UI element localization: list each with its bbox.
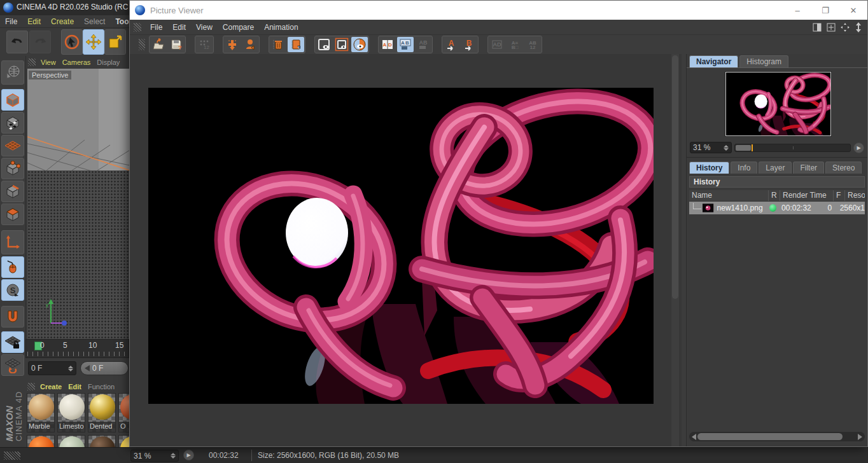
move-panel-icon[interactable] xyxy=(841,23,850,32)
fit-thumbnail-button[interactable]: ▶ xyxy=(853,142,864,153)
material-menu-create[interactable]: Create xyxy=(37,382,65,392)
material-menu-edit[interactable]: Edit xyxy=(65,382,85,392)
move-tool[interactable] xyxy=(83,29,104,55)
axis-mode-button[interactable] xyxy=(1,230,24,254)
c4d-menu-select[interactable]: Select xyxy=(79,16,110,27)
material-tile[interactable]: Limesto xyxy=(57,393,85,432)
tab-navigator[interactable]: Navigator xyxy=(689,55,738,67)
pv-titlebar[interactable]: Picture Viewer – ❐ ✕ xyxy=(130,1,867,20)
col-f[interactable]: F xyxy=(834,190,845,201)
col-resolution[interactable]: Resoluti xyxy=(845,190,865,201)
tab-history[interactable]: History xyxy=(689,162,729,174)
ab-overlay-icon[interactable]: AB xyxy=(415,37,431,52)
model-mode-button[interactable] xyxy=(1,89,24,111)
navigator-thumbnail[interactable] xyxy=(725,72,831,136)
texture-mode-button[interactable] xyxy=(1,112,24,134)
points-mode-button[interactable] xyxy=(1,158,24,179)
scrollbar-thumb[interactable] xyxy=(697,433,843,440)
material-menu-function[interactable]: Function xyxy=(85,382,118,392)
viewport-canvas[interactable]: y Perspective xyxy=(27,69,129,339)
lock-workplane-button[interactable] xyxy=(1,331,24,353)
open-file-icon[interactable] xyxy=(150,37,167,52)
ab-side-by-side-icon[interactable]: AD xyxy=(379,37,396,52)
save-as-icon[interactable]: ? xyxy=(168,37,185,52)
dock-icon[interactable] xyxy=(855,22,862,32)
navigator-zoom-field[interactable]: 31 % xyxy=(690,142,732,153)
material-tile[interactable] xyxy=(27,435,55,447)
sort-history-icon[interactable] xyxy=(224,37,241,52)
viewport-menu-cameras[interactable]: Cameras xyxy=(59,57,94,67)
set-as-b-icon[interactable]: B xyxy=(461,37,477,52)
tab-stereo[interactable]: Stereo xyxy=(825,162,862,174)
viewport-tweak-button[interactable] xyxy=(1,256,24,278)
history-horizontal-scrollbar[interactable] xyxy=(689,432,865,441)
snap-settings-button[interactable]: S xyxy=(1,279,24,301)
viewport-menu-display[interactable]: Display xyxy=(94,57,123,67)
ab-stacked-icon[interactable]: AB xyxy=(397,37,414,52)
new-panel-icon[interactable] xyxy=(827,23,836,32)
history-row[interactable]: new1410.png 00:02:32 0 2560x1 xyxy=(689,202,865,214)
scale-tool[interactable] xyxy=(104,29,126,55)
viewport-menu-view[interactable]: View xyxy=(38,57,59,67)
magnet-tool-button[interactable] xyxy=(1,306,24,328)
col-name[interactable]: Name xyxy=(689,190,769,201)
ab-difference-icon[interactable]: A=B□ xyxy=(507,37,523,52)
sort-user-icon[interactable] xyxy=(242,37,258,52)
drag-handle-icon[interactable] xyxy=(139,39,145,50)
pv-menu-edit[interactable]: Edit xyxy=(167,22,191,33)
catalog-icon[interactable] xyxy=(288,37,304,52)
workplane-mode-button[interactable] xyxy=(1,135,24,156)
material-tile[interactable] xyxy=(88,435,116,447)
drag-handle-icon[interactable] xyxy=(27,383,35,390)
redo-button[interactable] xyxy=(29,31,51,53)
delete-history-icon[interactable] xyxy=(270,37,286,52)
fit-to-view-button[interactable]: ▶ xyxy=(183,450,194,460)
c4d-menu-file[interactable]: File xyxy=(0,16,22,27)
minimize-button[interactable]: – xyxy=(783,1,811,20)
scroll-left-icon[interactable] xyxy=(692,434,696,440)
tab-filter[interactable]: Filter xyxy=(793,162,824,174)
pv-menu-view[interactable]: View xyxy=(191,22,218,33)
zoom-spinner-icon[interactable] xyxy=(724,145,729,151)
pv-menu-compare[interactable]: Compare xyxy=(218,22,259,33)
tab-info[interactable]: Info xyxy=(731,162,757,174)
pv-menu-file[interactable]: File xyxy=(145,22,167,33)
c4d-menu-create[interactable]: Create xyxy=(46,16,79,27)
tab-layer[interactable]: Layer xyxy=(759,162,792,174)
view-a-icon[interactable] xyxy=(316,37,332,52)
set-as-a-icon[interactable]: A xyxy=(443,37,459,52)
pv-image-canvas[interactable] xyxy=(130,54,682,446)
ab-sequence-icon[interactable]: AB12 xyxy=(524,37,541,52)
ram-player-icon[interactable]: 12 xyxy=(196,37,213,52)
navigator-zoom-slider[interactable] xyxy=(734,144,851,152)
frame-slider-arrow-icon[interactable] xyxy=(85,365,90,371)
timeline-ruler[interactable]: 0 5 10 15 xyxy=(25,339,129,358)
drag-handle-icon[interactable] xyxy=(134,23,141,32)
frame-slider[interactable]: 0 F xyxy=(80,361,129,375)
canvas-vertical-scrollbar[interactable] xyxy=(671,54,679,446)
undo-button[interactable] xyxy=(6,31,28,53)
make-editable-icon[interactable] xyxy=(1,60,24,85)
drag-handle-icon[interactable] xyxy=(4,452,20,460)
view-b-icon[interactable] xyxy=(333,37,350,52)
material-tile[interactable]: Dented xyxy=(88,393,116,432)
planar-workplane-button[interactable] xyxy=(1,354,24,376)
c4d-menu-edit[interactable]: Edit xyxy=(22,16,46,27)
material-tile[interactable]: Marble xyxy=(27,393,55,432)
live-selection-tool[interactable] xyxy=(61,29,83,55)
split-layout-icon[interactable] xyxy=(813,23,822,32)
tab-histogram[interactable]: Histogram xyxy=(739,55,788,67)
view-ab-compare-icon[interactable] xyxy=(351,37,368,52)
zoom-spinner-icon[interactable] xyxy=(171,453,176,459)
rendered-image[interactable] xyxy=(148,88,654,404)
close-button[interactable]: ✕ xyxy=(839,1,867,20)
c4d-viewport[interactable]: View Cameras Display y Perspective xyxy=(25,56,129,339)
drag-handle-icon[interactable] xyxy=(28,59,36,66)
col-render-time[interactable]: Render Time xyxy=(780,190,834,201)
scroll-right-icon[interactable] xyxy=(858,434,862,440)
edges-mode-button[interactable] xyxy=(1,181,24,202)
material-tile[interactable]: O xyxy=(118,393,129,432)
frame-spinner-icon[interactable] xyxy=(68,366,73,371)
current-frame-field[interactable]: 0 F xyxy=(28,361,76,375)
pv-menu-animation[interactable]: Animation xyxy=(259,22,303,33)
